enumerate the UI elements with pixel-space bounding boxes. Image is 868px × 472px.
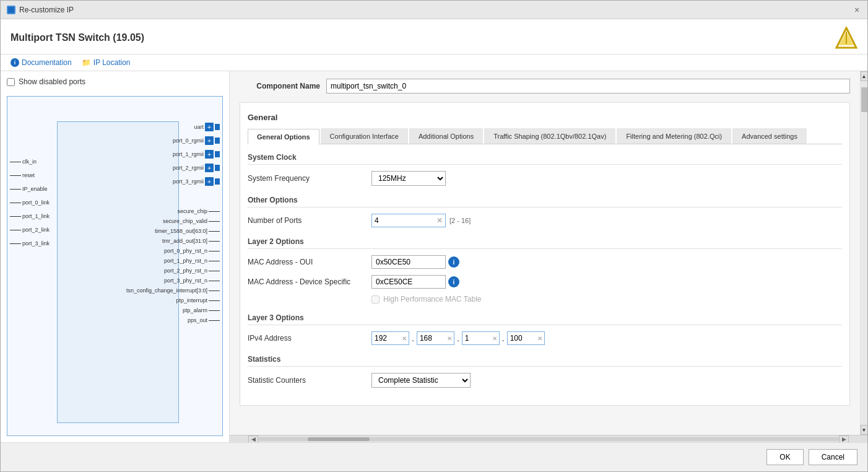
layer2-section: Layer 2 Options MAC Address - OUI i <box>248 237 842 304</box>
mac-device-info-icon[interactable]: i <box>448 276 459 287</box>
left-panel: Show disabled ports clk_in reset <box>1 71 230 442</box>
component-name-input[interactable] <box>326 79 850 94</box>
ipv4-label: IPv4 Address <box>248 334 371 343</box>
right-top-ports: uart + port_0_rgmii + port_1_rgmii + <box>173 123 220 186</box>
ip-seg1-clear[interactable]: ✕ <box>400 334 409 343</box>
left-ports: clk_in reset IP_enable port_0_link <box>10 159 50 247</box>
frequency-select[interactable]: 125MHz 200MHz 250MHz <box>371 171 446 186</box>
window-title: Re-customize IP <box>19 6 74 14</box>
tab-filtering-metering[interactable]: Filtering and Metering (802.Qci) <box>617 128 731 144</box>
component-name-label: Component Name <box>240 82 320 90</box>
left-port-port2_link: port_2_link <box>10 227 50 233</box>
num-ports-input[interactable] <box>372 214 434 227</box>
right-port-port2_phy_rst: port_2_phy_rst_n <box>126 268 220 274</box>
tab-traffic-shaping[interactable]: Traffic Shaping (802.1Qbv/802.1Qav) <box>484 128 615 144</box>
scroll-down-arrow[interactable]: ▼ <box>861 425 868 435</box>
right-port-port1_phy_rst: port_1_phy_rst_n <box>126 258 220 264</box>
ip-seg2-input[interactable] <box>417 332 445 344</box>
mac-oui-input[interactable] <box>371 255 446 269</box>
port0-rgmii-plus-btn[interactable]: + <box>205 136 214 145</box>
title-bar: Re-customize IP × <box>1 1 867 19</box>
num-ports-label: Number of Ports <box>248 216 371 225</box>
tab-configuration-interface[interactable]: Configuration Interface <box>321 128 408 144</box>
tab-additional-options[interactable]: Additional Options <box>409 128 483 144</box>
left-port-reset: reset <box>10 172 50 178</box>
mac-oui-row: MAC Address - OUI i <box>248 255 842 269</box>
scroll-right-arrow[interactable]: ▶ <box>839 435 849 443</box>
h-scroll-thumb[interactable] <box>308 437 370 441</box>
left-port-port1_link: port_1_link <box>10 213 50 219</box>
ip-location-link[interactable]: 📁 IP Location <box>82 58 131 67</box>
port1-rgmii-plus-btn[interactable]: + <box>205 150 214 159</box>
ip-seg3-input[interactable] <box>462 332 490 344</box>
mac-oui-info-icon[interactable]: i <box>448 256 459 268</box>
ok-button[interactable]: OK <box>766 449 803 465</box>
right-port-ptp_alarm: ptp_alarm <box>126 307 220 313</box>
app-logo <box>835 27 857 49</box>
scroll-thumb[interactable] <box>861 87 867 112</box>
scroll-left-arrow[interactable]: ◀ <box>248 435 258 443</box>
statistics-title: Statistics <box>248 355 842 367</box>
frequency-label: System Frequency <box>248 174 371 183</box>
ip-seg1-input[interactable] <box>372 332 400 344</box>
ipv4-row: IPv4 Address ✕ . <box>248 331 842 345</box>
right-panel: Component Name General General Options C… <box>230 71 867 442</box>
toolbar: i Documentation 📁 IP Location <box>1 55 867 71</box>
right-port-port0_rgmii: port_0_rgmii + <box>173 136 220 145</box>
high-perf-row: High Performance MAC Table <box>248 295 842 304</box>
high-perf-checkbox <box>371 295 380 304</box>
ip-location-label: IP Location <box>93 58 131 67</box>
uart-plus-btn[interactable]: + <box>205 123 214 131</box>
mac-device-label: MAC Address - Device Specific <box>248 278 371 286</box>
svg-rect-0 <box>8 7 14 13</box>
port2-rgmii-plus-btn[interactable]: + <box>205 164 214 172</box>
tab-general-options[interactable]: General Options <box>248 129 319 144</box>
stat-counters-select[interactable]: Complete Statistic Basic Statistic No St… <box>371 373 471 388</box>
other-options-title: Other Options <box>248 196 842 208</box>
tab-advanced-settings[interactable]: Advanced settings <box>732 128 807 144</box>
documentation-link[interactable]: i Documentation <box>11 58 72 67</box>
show-disabled-row: Show disabled ports <box>7 77 223 86</box>
system-clock-title: System Clock <box>248 153 842 165</box>
ip-seg4-clear[interactable]: ✕ <box>536 334 544 343</box>
layer3-title: Layer 3 Options <box>248 313 842 325</box>
config-area: Component Name General General Options C… <box>230 71 860 435</box>
other-options-section: Other Options Number of Ports ✕ [2 - 16] <box>248 196 842 227</box>
scroll-track <box>861 81 867 425</box>
system-clock-section: System Clock System Frequency 125MHz 200… <box>248 153 842 186</box>
mac-device-input[interactable] <box>371 275 446 289</box>
mac-device-group: i <box>371 275 459 289</box>
right-port-secure_chip_valid: secure_chip_valid <box>126 218 220 224</box>
close-button[interactable]: × <box>853 6 861 14</box>
horizontal-scrollbar: ◀ ▶ <box>230 435 867 442</box>
right-port-pps_out: pps_out <box>126 317 220 323</box>
num-ports-clear-btn[interactable]: ✕ <box>434 215 445 226</box>
num-ports-range: [2 - 16] <box>449 217 471 224</box>
ip-dot-3: . <box>502 333 505 343</box>
statistics-section: Statistics Statistic Counters Complete S… <box>248 355 842 388</box>
ip-seg2-clear[interactable]: ✕ <box>445 334 454 343</box>
left-port-clk_in: clk_in <box>10 159 50 165</box>
ip-seg3-clear[interactable]: ✕ <box>490 334 499 343</box>
right-port-tmr_add: tmr_add_out[31:0] <box>126 238 220 244</box>
mac-oui-group: i <box>371 255 459 269</box>
right-port-timer_1588: timer_1588_out[63:0] <box>126 228 220 234</box>
scroll-up-arrow[interactable]: ▲ <box>861 71 868 81</box>
right-port-secure_chip: secure_chip <box>126 208 220 214</box>
footer: OK Cancel <box>1 442 867 471</box>
component-name-row: Component Name <box>240 79 850 94</box>
vertical-scrollbar[interactable]: ▲ ▼ <box>860 71 867 435</box>
right-port-tsn_config: tsn_config_change_interrupt[3:0] <box>126 287 220 294</box>
folder-icon: 📁 <box>82 58 91 67</box>
ip-seg1: ✕ <box>371 331 409 345</box>
ip-seg4-input[interactable] <box>508 332 536 344</box>
right-port-port2_rgmii: port_2_rgmii + <box>173 164 220 172</box>
show-disabled-checkbox[interactable] <box>7 78 15 86</box>
cancel-button[interactable]: Cancel <box>809 449 857 465</box>
app-header: Multiport TSN Switch (19.05) <box>1 19 867 55</box>
right-port-port1_rgmii: port_1_rgmii + <box>173 150 220 159</box>
main-content: Show disabled ports clk_in reset <box>1 71 867 442</box>
ip-dot-2: . <box>457 333 459 343</box>
port3-rgmii-plus-btn[interactable]: + <box>205 177 214 186</box>
app-title: Multiport TSN Switch (19.05) <box>11 32 144 43</box>
